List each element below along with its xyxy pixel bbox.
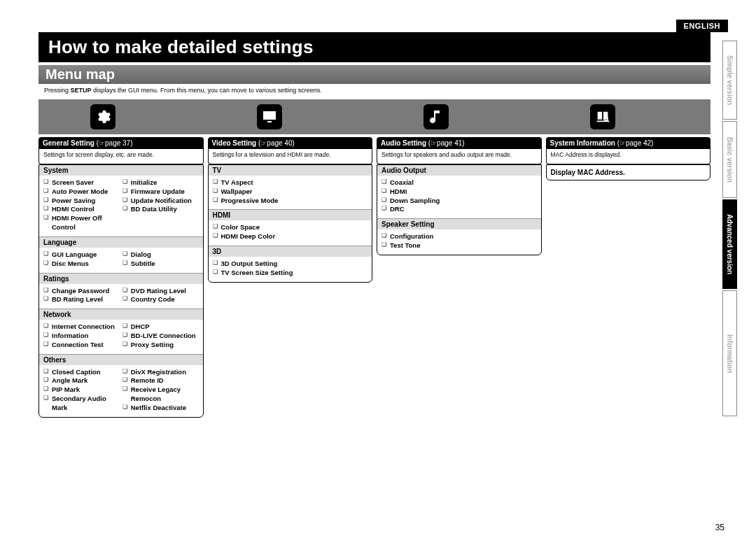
section-title: Network xyxy=(39,309,203,320)
section-title: HDMI xyxy=(209,209,372,220)
main-title-bar: How to make detailed settings xyxy=(38,32,710,62)
list-item: Dialog xyxy=(122,250,199,260)
items-box: Color SpaceHDMI Deep Color xyxy=(209,220,372,246)
items-box: Change PasswordBD Rating LevelDVD Rating… xyxy=(39,284,203,309)
section-title: Others xyxy=(39,354,203,365)
list-item: Test Tone xyxy=(382,241,537,250)
icon-strip xyxy=(38,99,710,134)
list-item: DVD Rating Level xyxy=(122,287,199,296)
list-item: GUI Language xyxy=(43,250,120,260)
list-item: Connection Test xyxy=(43,341,120,350)
audio-ref: (☞page 41) xyxy=(428,139,465,147)
general-header: General Setting (☞page 37) xyxy=(38,137,204,149)
list-item: Change Password xyxy=(43,287,120,296)
monitor-icon xyxy=(257,104,282,129)
section-title: Audio Output xyxy=(377,165,541,176)
tab-advanced[interactable]: Advanced version xyxy=(722,199,737,289)
list-item: DivX Registration xyxy=(122,368,199,377)
icon-col-sysinfo xyxy=(541,99,708,134)
sub-title: Menu map xyxy=(38,65,710,84)
items-box: TV AspectWallpaperProgressive Mode xyxy=(209,176,372,209)
list-item: Wallpaper xyxy=(213,187,368,197)
list-item: PIP Mark xyxy=(43,385,120,395)
list-item: TV Aspect xyxy=(213,178,368,187)
tab-simple[interactable]: Simple version xyxy=(722,41,737,120)
list-item: BD-LIVE Connection xyxy=(122,332,199,341)
list-item: Progressive Mode xyxy=(213,197,368,206)
section-title: 3D xyxy=(209,246,372,257)
general-title: General Setting xyxy=(43,139,94,147)
list-item: 3D Output Setting xyxy=(213,260,368,269)
list-item: Initialize xyxy=(122,178,199,187)
section-title: TV xyxy=(209,165,372,176)
video-ref: (☞page 40) xyxy=(258,139,295,147)
list-item: Netflix Deactivate xyxy=(122,404,199,413)
general-desc: Settings for screen display, etc. are ma… xyxy=(38,149,204,164)
sysinfo-header: System Information (☞page 42) xyxy=(546,137,711,149)
intro-text: Pressing SETUP displays the GUI menu. Fr… xyxy=(44,87,710,94)
list-item: Power Saving xyxy=(43,197,120,206)
items-box: 3D Output SettingTV Screen Size Setting xyxy=(209,257,372,282)
audio-groups: Audio OutputCoaxialHDMIDown SamplingDRCS… xyxy=(377,164,542,255)
intro-bold: SETUP xyxy=(71,87,92,94)
section-title: Language xyxy=(39,236,203,248)
list-item: Internet Connection xyxy=(43,323,120,332)
items-box: ConfigurationTest Tone xyxy=(377,229,541,255)
list-item: Update Notification xyxy=(122,197,199,206)
video-groups: TVTV AspectWallpaperProgressive ModeHDMI… xyxy=(208,164,373,283)
list-item: Proxy Setting xyxy=(122,341,199,350)
list-item: DRC xyxy=(382,205,537,214)
list-item: Auto Power Mode xyxy=(43,187,120,197)
section-title: System xyxy=(39,165,203,176)
col-sysinfo: System Information (☞page 42) MAC Addres… xyxy=(546,137,711,418)
list-item: TV Screen Size Setting xyxy=(213,269,368,278)
main-title: How to make detailed settings xyxy=(40,34,322,61)
intro-pre: Pressing xyxy=(44,87,71,94)
col-general: General Setting (☞page 37) Settings for … xyxy=(38,137,204,418)
icon-col-general xyxy=(41,99,208,134)
list-item: DHCP xyxy=(122,323,199,332)
audio-desc: Settings for speakers and audio output a… xyxy=(377,149,542,164)
general-ref: (☞page 37) xyxy=(97,139,133,147)
list-item: Information xyxy=(43,332,120,341)
page-content: How to make detailed settings Menu map P… xyxy=(38,21,710,418)
gear-icon xyxy=(90,104,115,129)
list-item: Angle Mark xyxy=(43,376,120,385)
list-item: Color Space xyxy=(213,223,368,232)
list-item: Down Sampling xyxy=(382,197,537,206)
section-title: Ratings xyxy=(39,273,203,284)
items-box: Screen SaverAuto Power ModePower SavingH… xyxy=(39,176,203,236)
intro-post: displays the GUI menu. From this menu, y… xyxy=(92,87,322,94)
tab-basic[interactable]: Basic version xyxy=(722,121,737,198)
col-video: Video Setting (☞page 40) Settings for a … xyxy=(208,137,373,418)
list-item: Screen Saver xyxy=(43,178,120,187)
sysinfo-ref: (☞page 42) xyxy=(617,139,654,147)
side-tabs: Simple version Basic version Advanced ve… xyxy=(722,41,743,418)
items-box: Closed CaptionAngle MarkPIP MarkSecondar… xyxy=(39,365,203,417)
list-item: HDMI Control xyxy=(43,205,120,214)
list-item: Closed Caption xyxy=(43,368,120,377)
audio-header: Audio Setting (☞page 41) xyxy=(377,137,542,149)
col-audio: Audio Setting (☞page 41) Settings for sp… xyxy=(377,137,542,418)
tab-information[interactable]: Information xyxy=(722,290,737,416)
list-item: Secondary Audio Mark xyxy=(43,395,120,413)
list-item: Subtitle xyxy=(122,260,199,269)
list-item: Remote ID xyxy=(122,376,199,385)
icon-col-audio xyxy=(374,99,541,134)
items-box: CoaxialHDMIDown SamplingDRC xyxy=(377,176,541,218)
list-item: HDMI Power Off Control xyxy=(43,214,120,232)
list-item: Country Code xyxy=(122,295,199,304)
list-item: BD Data Utility xyxy=(122,205,199,214)
icon-col-video xyxy=(208,99,374,134)
list-item: Coaxial xyxy=(382,178,537,187)
page-number: 35 xyxy=(715,523,724,532)
items-box: GUI LanguageDisc MenusDialogSubtitle xyxy=(39,248,203,273)
video-title: Video Setting xyxy=(212,139,257,147)
list-item: BD Rating Level xyxy=(43,295,120,304)
list-item: HDMI Deep Color xyxy=(213,232,368,241)
items-box: Internet ConnectionInformationConnection… xyxy=(39,320,203,353)
video-header: Video Setting (☞page 40) xyxy=(208,137,373,149)
menu-columns: General Setting (☞page 37) Settings for … xyxy=(38,137,710,418)
sysinfo-desc: MAC Address is displayed. xyxy=(546,149,711,164)
sysinfo-title: System Information xyxy=(550,139,615,147)
